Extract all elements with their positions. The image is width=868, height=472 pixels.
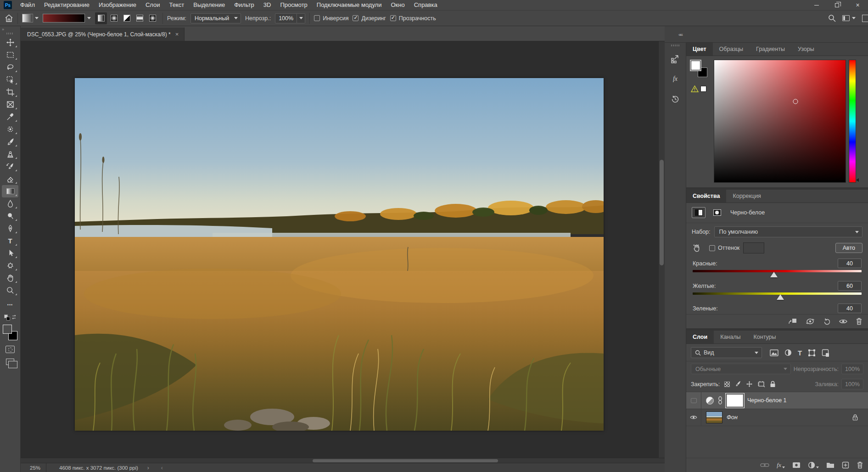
menu-help[interactable]: Справка bbox=[409, 0, 442, 10]
foreground-color-swatch[interactable] bbox=[3, 325, 12, 334]
menu-plugins[interactable]: Подключаемые модули bbox=[312, 0, 386, 10]
effects-panel-icon[interactable]: fx bbox=[667, 72, 683, 86]
transparency-checkbox-group[interactable]: Прозрачность bbox=[390, 15, 436, 22]
quick-mask-button[interactable] bbox=[6, 346, 15, 353]
color-picker-field[interactable] bbox=[714, 60, 846, 183]
tool-preset-picker[interactable] bbox=[22, 14, 39, 22]
gamut-warning-icon[interactable] bbox=[691, 85, 699, 92]
marquee-tool[interactable] bbox=[2, 49, 18, 61]
lock-transparency-icon[interactable] bbox=[724, 382, 730, 387]
layer2-name[interactable]: Фон bbox=[727, 414, 738, 421]
delete-adjustment-icon[interactable] bbox=[856, 317, 862, 325]
yellows-value-input[interactable]: 60 bbox=[838, 281, 862, 291]
brush-tool[interactable] bbox=[2, 135, 18, 148]
lasso-tool[interactable] bbox=[2, 61, 18, 73]
filter-pixel-layers-icon[interactable] bbox=[770, 349, 778, 356]
tint-checkbox-group[interactable]: Оттенок bbox=[709, 245, 739, 251]
default-swap-colors[interactable] bbox=[3, 315, 17, 322]
tab-paths[interactable]: Контуры bbox=[747, 331, 783, 343]
close-button[interactable]: × bbox=[847, 0, 868, 10]
history-panel-icon[interactable] bbox=[667, 92, 683, 106]
toolbar-expand-icon[interactable]: » bbox=[0, 27, 6, 32]
shape-tool[interactable] bbox=[2, 259, 18, 272]
transparency-checkbox[interactable] bbox=[390, 15, 396, 21]
gradient-radial-button[interactable] bbox=[108, 12, 120, 24]
menu-edit[interactable]: Редактирование bbox=[39, 0, 94, 10]
layer2-visibility-toggle[interactable] bbox=[686, 409, 701, 426]
workspace-switcher[interactable] bbox=[842, 15, 856, 21]
invert-checkbox-group[interactable]: Инверсия bbox=[314, 15, 348, 22]
vertical-scrollbar[interactable] bbox=[658, 41, 665, 458]
adjustment-layer-button[interactable] bbox=[692, 207, 706, 218]
visibility-eye-icon[interactable] bbox=[839, 318, 848, 325]
dither-checkbox-group[interactable]: Дизеринг bbox=[353, 15, 386, 22]
mask-link-icon[interactable] bbox=[718, 396, 722, 405]
canvas[interactable] bbox=[21, 41, 665, 458]
opacity-input[interactable]: 100% bbox=[275, 13, 297, 23]
invert-checkbox[interactable] bbox=[314, 15, 320, 21]
layer1-name[interactable]: Черно-белое 1 bbox=[747, 397, 787, 404]
opacity-dropdown-button[interactable] bbox=[297, 13, 305, 23]
toolbar-grip[interactable] bbox=[6, 33, 14, 34]
gradient-tool[interactable] bbox=[2, 185, 18, 197]
menu-window[interactable]: Окно bbox=[386, 0, 409, 10]
add-adjustment-button[interactable] bbox=[808, 461, 819, 469]
filter-shape-layers-icon[interactable] bbox=[808, 349, 816, 357]
menu-filter[interactable]: Фильтр bbox=[230, 0, 259, 10]
status-prev-icon[interactable]: ‹ bbox=[161, 465, 163, 471]
screen-mode-button[interactable] bbox=[6, 359, 14, 365]
layer-filter-select[interactable]: Вид bbox=[691, 347, 762, 358]
tab-adjustments[interactable]: Коррекция bbox=[726, 190, 767, 202]
pen-tool[interactable] bbox=[2, 222, 18, 235]
strip-grip[interactable] bbox=[671, 45, 679, 46]
tint-color-well[interactable] bbox=[743, 242, 764, 253]
layer-row-adjustment[interactable]: Черно-белое 1 bbox=[686, 392, 868, 409]
eyedropper-tool[interactable] bbox=[2, 111, 18, 123]
clone-stamp-tool[interactable] bbox=[2, 148, 18, 160]
object-selection-tool[interactable] bbox=[2, 73, 18, 86]
background-lock-icon[interactable] bbox=[852, 414, 858, 421]
lock-position-icon[interactable] bbox=[746, 381, 753, 388]
new-group-icon[interactable] bbox=[826, 461, 834, 468]
closest-web-color-swatch[interactable] bbox=[700, 86, 706, 92]
menu-layers[interactable]: Слои bbox=[141, 0, 165, 10]
horizontal-scrollbar[interactable] bbox=[21, 458, 665, 463]
hand-tool[interactable] bbox=[2, 272, 18, 284]
layer-style-button[interactable]: fx bbox=[777, 461, 785, 469]
move-tool[interactable] bbox=[2, 36, 18, 49]
color-picker-cursor[interactable] bbox=[793, 99, 798, 104]
home-button[interactable] bbox=[5, 14, 13, 22]
tab-layers[interactable]: Слои bbox=[686, 331, 714, 343]
layer-mask-button[interactable] bbox=[710, 207, 724, 218]
document-tab[interactable]: DSC_0553.JPG @ 25% (Черно-белое 1, Слой-… bbox=[21, 28, 185, 41]
reds-slider-thumb[interactable] bbox=[770, 272, 778, 277]
link-layers-icon[interactable] bbox=[760, 462, 769, 468]
zoom-level-field[interactable]: 25% bbox=[21, 463, 46, 472]
dither-checkbox[interactable] bbox=[353, 15, 358, 21]
tab-channels[interactable]: Каналы bbox=[714, 331, 747, 343]
view-previous-state-icon[interactable] bbox=[805, 318, 815, 325]
canvas-image[interactable] bbox=[75, 78, 604, 431]
filter-adjustment-layers-icon[interactable] bbox=[784, 349, 792, 356]
tab-patterns[interactable]: Узоры bbox=[791, 43, 821, 56]
new-layer-icon[interactable] bbox=[842, 461, 849, 469]
hue-slider[interactable] bbox=[849, 60, 856, 183]
menu-type[interactable]: Текст bbox=[165, 0, 189, 10]
delete-layer-icon[interactable] bbox=[857, 461, 863, 469]
type-tool[interactable]: T bbox=[2, 235, 18, 247]
tint-checkbox[interactable] bbox=[709, 245, 715, 251]
healing-brush-tool[interactable] bbox=[2, 123, 18, 135]
zoom-tool[interactable] bbox=[2, 284, 18, 297]
filter-smart-objects-icon[interactable] bbox=[822, 349, 829, 357]
libraries-panel-icon[interactable] bbox=[667, 52, 683, 66]
menu-3d[interactable]: 3D bbox=[259, 0, 276, 10]
lock-pixels-icon[interactable] bbox=[734, 381, 741, 388]
gradient-diamond-button[interactable] bbox=[146, 12, 158, 24]
targeted-adjust-icon[interactable] bbox=[692, 243, 701, 253]
reds-value-input[interactable]: 40 bbox=[838, 258, 862, 268]
hue-slider-pointer[interactable] bbox=[856, 178, 859, 182]
layer-mask-thumbnail[interactable] bbox=[727, 394, 743, 407]
tab-gradients[interactable]: Градиенты bbox=[750, 43, 791, 56]
reset-icon[interactable] bbox=[823, 318, 831, 325]
menu-file[interactable]: Файл bbox=[16, 0, 39, 10]
